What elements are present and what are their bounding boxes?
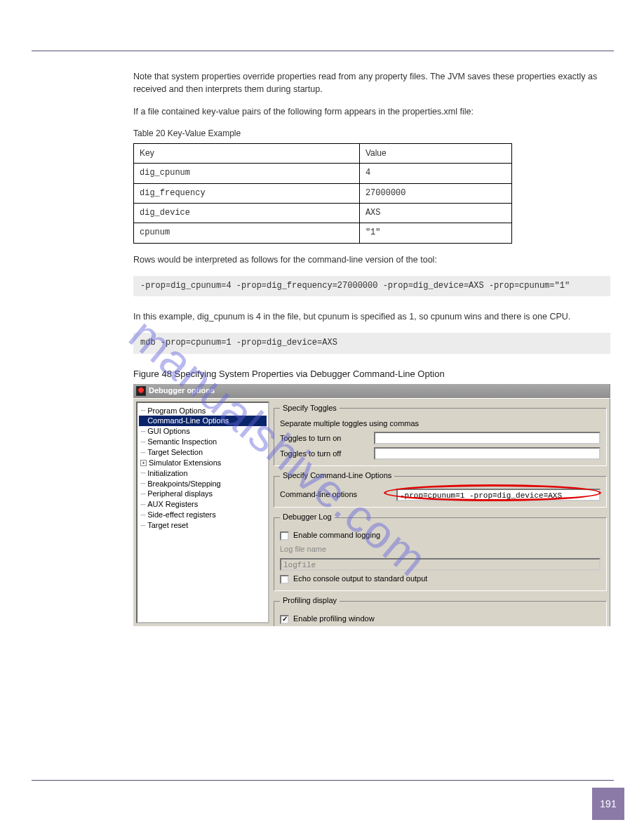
dialog-titlebar[interactable]: Debugger options xyxy=(133,384,610,398)
profiling-group: Profiling display Enable profiling windo… xyxy=(274,595,607,626)
tree-item-label: Breakpoints/Stepping xyxy=(147,479,221,489)
table-row: dig_deviceAXS xyxy=(134,203,512,223)
paragraph: In this example, dig_cpunum is 4 in the … xyxy=(133,310,609,323)
tree-item-label: Simulator Extensions xyxy=(149,458,221,468)
bottom-rule xyxy=(32,780,614,781)
toggles-on-label: Toggles to turn on xyxy=(280,433,370,444)
cmdline-legend: Specify Command-Line Options xyxy=(280,470,394,482)
command-block: mdb -prop=cpunum=1 -prop=dig_device=AXS xyxy=(133,333,610,353)
tree-item[interactable]: ····Command-Line Options xyxy=(139,416,267,426)
log-legend: Debugger Log xyxy=(280,512,335,523)
table-header: Value xyxy=(359,143,511,163)
table-cell: dig_cpunum xyxy=(134,164,360,183)
tree-item-label: Target reset xyxy=(147,520,188,531)
tree-item-label: Program Options xyxy=(147,406,206,416)
tree-item-label: Semantic Inspection xyxy=(147,437,217,447)
tree-item-label: Initialization xyxy=(147,468,187,479)
figure-caption: Figure 48 Specifying System Properties v… xyxy=(133,368,609,381)
tree-item-label: Command-Line Options xyxy=(147,416,229,426)
table-cell: "1" xyxy=(359,223,511,243)
paragraph: If a file contained key-value pairs of t… xyxy=(133,105,609,118)
tree-branch-icon: ···· xyxy=(140,427,145,437)
cmdline-group: Specify Command-Line Options Command-lin… xyxy=(274,470,607,508)
table-row: dig_cpunum4 xyxy=(134,164,512,183)
tree-item[interactable]: ····AUX Registers xyxy=(139,499,267,510)
tree-branch-icon: ···· xyxy=(140,479,145,489)
tree-item[interactable]: +Simulator Extensions xyxy=(139,458,267,468)
tree-branch-icon: ···· xyxy=(140,437,145,447)
dialog-title: Debugger options xyxy=(149,385,215,397)
page-number-tab: 191 xyxy=(592,788,624,820)
toggles-on-input[interactable] xyxy=(374,432,601,444)
tree-item[interactable]: ····Target Selection xyxy=(139,447,267,458)
table-cell: 27000000 xyxy=(359,183,511,203)
table-cell: dig_device xyxy=(134,203,360,223)
top-rule xyxy=(32,51,614,51)
tree-item[interactable]: ····Program Options xyxy=(139,406,267,416)
expand-icon[interactable]: + xyxy=(140,460,147,466)
tree-item-label: Target Selection xyxy=(147,447,203,458)
options-panels: Specify Toggles Separate multiple toggle… xyxy=(272,399,610,626)
enable-profiling-checkbox[interactable] xyxy=(280,615,289,624)
log-file-label: Log file name xyxy=(280,544,370,555)
tree-item[interactable]: ····Initialization xyxy=(139,468,267,479)
table-cell: dig_frequency xyxy=(134,183,360,203)
tree-item-label: Side-effect registers xyxy=(147,510,216,520)
tree-branch-icon: ···· xyxy=(140,510,145,520)
echo-output-checkbox[interactable] xyxy=(280,575,289,584)
tree-item[interactable]: ····Target reset xyxy=(139,520,267,531)
log-group: Debugger Log Enable command logging Log … xyxy=(274,512,607,591)
toggles-off-label: Toggles to turn off xyxy=(280,449,370,460)
enable-profiling-label: Enable profiling window xyxy=(293,614,375,625)
table-caption: Table 20 Key-Value Example xyxy=(133,128,609,140)
toggles-group: Specify Toggles Separate multiple toggle… xyxy=(274,403,607,467)
table-cell: AXS xyxy=(359,203,511,223)
cmdline-input[interactable]: -prop=cpunum=1 -prop=dig_device=AXS xyxy=(396,489,601,501)
tree-item-label: Peripheral displays xyxy=(147,489,213,499)
table-cell: 4 xyxy=(359,164,511,183)
app-icon xyxy=(136,386,146,396)
tree-branch-icon: ···· xyxy=(140,489,145,499)
echo-output-label: Echo console output to standard output xyxy=(293,574,427,585)
tree-item[interactable]: ····Breakpoints/Stepping xyxy=(139,479,267,489)
debugger-options-dialog: Debugger options ····Program Options····… xyxy=(133,384,610,626)
cmdline-label: Command-line options xyxy=(280,489,392,501)
document-body: Note that system properties override pro… xyxy=(133,70,609,626)
tree-item[interactable]: ····Semantic Inspection xyxy=(139,437,267,447)
table-header: Key xyxy=(134,143,360,163)
toggles-legend: Specify Toggles xyxy=(280,403,340,414)
paragraph: Rows would be interpreted as follows for… xyxy=(133,253,609,266)
tree-item[interactable]: ····Side-effect registers xyxy=(139,510,267,520)
tree-item-label: AUX Registers xyxy=(147,499,198,510)
tree-item[interactable]: ····Peripheral displays xyxy=(139,489,267,499)
toggles-off-input[interactable] xyxy=(374,447,601,460)
options-tree[interactable]: ····Program Options····Command-Line Opti… xyxy=(136,402,269,623)
enable-logging-label: Enable command logging xyxy=(293,530,380,541)
profiling-legend: Profiling display xyxy=(280,595,340,607)
table-row: cpunum"1" xyxy=(134,223,512,243)
tree-item[interactable]: ····GUI Options xyxy=(139,426,267,437)
tree-branch-icon: ···· xyxy=(140,406,145,416)
tree-item-label: GUI Options xyxy=(147,426,190,437)
tree-branch-icon: ···· xyxy=(140,416,145,426)
table-cell: cpunum xyxy=(134,223,360,243)
tree-branch-icon: ···· xyxy=(140,521,145,531)
command-block: -prop=dig_cpunum=4 -prop=dig_frequency=2… xyxy=(133,276,610,296)
table-row: dig_frequency27000000 xyxy=(134,183,512,203)
tree-branch-icon: ···· xyxy=(140,500,145,510)
tree-branch-icon: ···· xyxy=(140,468,145,478)
toggles-hint: Separate multiple toggles using commas xyxy=(280,418,601,430)
paragraph: Note that system properties override pro… xyxy=(133,70,609,95)
enable-logging-checkbox[interactable] xyxy=(280,531,289,541)
tree-branch-icon: ···· xyxy=(140,448,145,458)
key-value-table: Table 20 Key-Value Example KeyValuedig_c… xyxy=(133,128,609,243)
log-file-input[interactable]: logfile xyxy=(280,558,601,571)
